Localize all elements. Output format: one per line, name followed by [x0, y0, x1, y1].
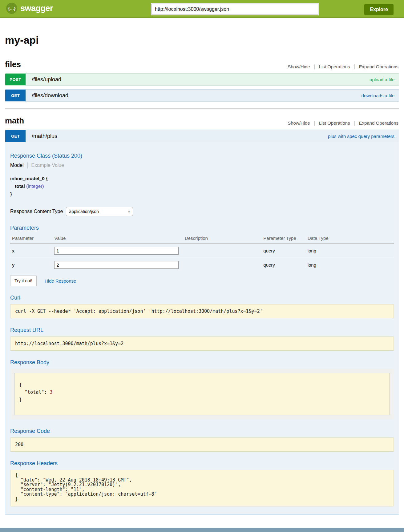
endpoint-path: /math/plus [26, 130, 328, 142]
param-data-type: long [308, 244, 394, 258]
endpoint-path: /files/upload [26, 74, 370, 85]
brand-name: swagger [20, 4, 53, 13]
operation-detail-panel: Response Class (Status 200) Model Exampl… [5, 142, 399, 514]
files-section-controls: Show/Hide List Operations Expand Operati… [288, 64, 399, 69]
swagger-logo[interactable]: {…} swagger [6, 3, 53, 14]
param-type: query [263, 258, 307, 272]
swagger-braces-icon: {…} [6, 3, 17, 14]
files-section-header: files Show/Hide List Operations Expand O… [5, 60, 399, 69]
parameters-heading: Parameters [10, 225, 394, 231]
model-prop-type: (integer) [26, 183, 44, 189]
param-name: x [10, 244, 54, 258]
endpoint-row-get-math-plus[interactable]: GET /math/plus plus with spec query para… [5, 130, 399, 142]
param-description [185, 244, 263, 258]
response-headers-heading: Response Headers [10, 460, 394, 467]
main-content: my-api files Show/Hide List Operations E… [0, 34, 404, 532]
files-section-title: files [5, 60, 21, 69]
json-number-value: 3 [50, 389, 52, 395]
header-bar: {…} swagger Explore [0, 0, 404, 18]
param-row-y: y query long [10, 258, 394, 272]
curl-heading: Curl [10, 295, 394, 301]
param-description [185, 258, 263, 272]
files-list-operations-link[interactable]: List Operations [319, 64, 350, 69]
model-signature: inline_model_0 { total (integer) } [10, 175, 394, 198]
math-expand-operations-link[interactable]: Expand Operations [359, 120, 398, 126]
response-class-heading: Response Class (Status 200) [10, 153, 394, 159]
endpoint-summary-link[interactable]: downloads a file [361, 93, 394, 98]
hide-response-link[interactable]: Hide Response [45, 278, 76, 284]
math-show-hide-link[interactable]: Show/Hide [288, 120, 310, 126]
divider [354, 64, 355, 69]
section-divider [5, 108, 399, 109]
divider [314, 64, 315, 69]
col-header-value: Value [54, 234, 185, 244]
page-title: my-api [5, 34, 399, 46]
endpoint-row-get-files-download[interactable]: GET /files/download downloads a file [5, 89, 399, 102]
request-url-block: http://localhost:3000/math/plus?x=1&y=2 [10, 337, 394, 351]
response-content-type-select[interactable]: application/json ▲▼ [66, 207, 133, 216]
param-x-value-input[interactable] [54, 247, 179, 255]
col-header-data-type: Data Type [308, 234, 394, 244]
response-class-tabs: Model Example Value [10, 162, 394, 168]
model-open: inline_model_0 { [10, 175, 394, 182]
response-code-block: 200 [10, 437, 394, 452]
get-method-badge: GET [5, 130, 26, 142]
try-it-out-button[interactable]: Try it out! [10, 276, 37, 286]
param-name: y [10, 258, 54, 272]
endpoint-row-post-files-upload[interactable]: POST /files/upload upload a file [5, 73, 399, 86]
tab-example-value[interactable]: Example Value [31, 163, 64, 168]
curl-command-block: curl -X GET --header 'Accept: applicatio… [10, 304, 394, 318]
endpoint-summary-link[interactable]: upload a file [370, 77, 394, 82]
math-list-operations-link[interactable]: List Operations [319, 120, 350, 126]
math-section-title: math [5, 116, 24, 126]
expanded-operation-get-math-plus: GET /math/plus plus with spec query para… [5, 130, 399, 515]
explore-button[interactable]: Explore [364, 4, 394, 15]
col-header-description: Description [185, 234, 263, 244]
col-header-parameter-type: Parameter Type [263, 234, 307, 244]
param-row-x: x query long [10, 244, 394, 258]
param-y-value-input[interactable] [54, 261, 179, 269]
param-data-type: long [308, 258, 394, 272]
files-show-hide-link[interactable]: Show/Hide [288, 64, 310, 69]
parameters-table: Parameter Value Description Parameter Ty… [10, 234, 394, 272]
response-body-heading: Response Body [10, 359, 394, 366]
swagger-url-input[interactable] [152, 4, 318, 15]
model-prop-name: total [15, 183, 25, 189]
response-body-block: { "total": 3 } [14, 373, 390, 415]
col-header-parameter: Parameter [10, 234, 54, 244]
divider [27, 162, 28, 168]
selected-content-type: application/json [69, 209, 99, 214]
request-url-heading: Request URL [10, 327, 394, 333]
model-close: } [10, 190, 394, 198]
select-arrows-icon: ▲▼ [128, 210, 130, 213]
divider [354, 121, 355, 126]
divider [314, 121, 315, 126]
response-content-type-row: Response Content Type application/json ▲… [10, 207, 394, 216]
response-headers-block: { "date": "Wed, 22 Aug 2018 18:49:13 GMT… [10, 470, 394, 506]
files-expand-operations-link[interactable]: Expand Operations [359, 64, 398, 69]
response-content-type-label: Response Content Type [10, 209, 63, 214]
math-section-controls: Show/Hide List Operations Expand Operati… [288, 120, 399, 126]
get-method-badge: GET [5, 90, 26, 101]
bottom-bar [0, 528, 404, 532]
response-code-heading: Response Code [10, 428, 394, 434]
param-type: query [263, 244, 307, 258]
post-method-badge: POST [5, 74, 26, 85]
endpoint-path: /files/download [26, 90, 361, 101]
math-section-header: math Show/Hide List Operations Expand Op… [5, 116, 399, 126]
response-body-container: { "total": 3 } [10, 369, 394, 419]
endpoint-summary-link[interactable]: plus with spec query parameters [328, 134, 394, 139]
tab-model[interactable]: Model [10, 163, 24, 168]
